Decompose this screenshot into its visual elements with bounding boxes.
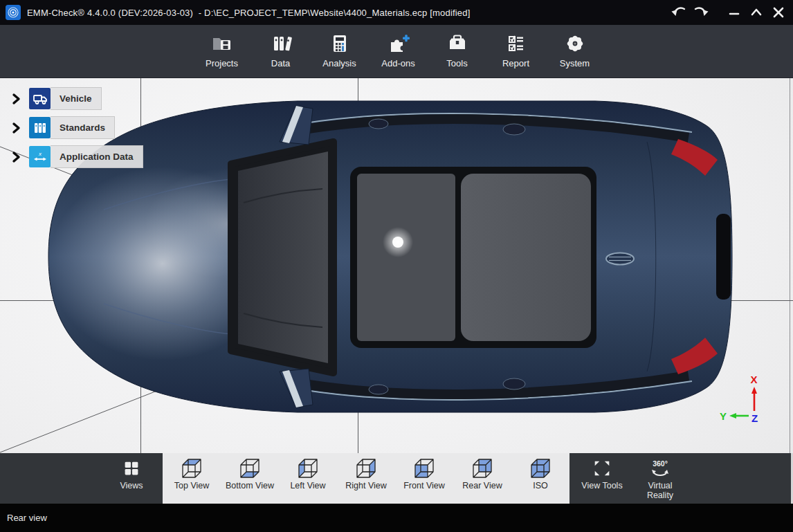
cube-front-icon [413, 457, 435, 479]
car-windshield-glass [238, 152, 328, 363]
front-view-button[interactable]: Front View [395, 453, 453, 504]
virtual-reality-label: Virtual Reality [635, 481, 686, 500]
checklist-icon [504, 33, 528, 55]
sidebar-item-standards[interactable]: Standards [10, 117, 115, 138]
expand-corners-icon [592, 458, 612, 479]
vehicle-3d-scene: X Y Z [0, 78, 793, 453]
close-icon [771, 5, 786, 20]
minimize-button[interactable] [725, 3, 743, 21]
cube-rear-icon [471, 457, 493, 479]
ribbon-label: Tools [446, 58, 467, 68]
virtual-reality-button[interactable]: 360° Virtual Reality [631, 453, 689, 504]
binders-icon [269, 33, 293, 55]
redo-icon [693, 4, 709, 21]
puzzle-plus-icon [387, 33, 410, 55]
app-logo-icon [6, 5, 21, 20]
redo-button[interactable] [692, 3, 710, 21]
svg-text:360°: 360° [653, 459, 668, 468]
ribbon-item-analysis[interactable]: Analysis [310, 28, 369, 74]
car-trunk-emblem [606, 253, 634, 265]
ribbon-label: Add-ons [381, 58, 414, 68]
vr-360-icon: 360° [647, 457, 673, 479]
toolbox-icon [446, 33, 469, 55]
titlebar-actions [670, 3, 793, 21]
view-tools-section: View Tools 360° Virtual Reality [569, 453, 793, 504]
ribbon-label: Data [271, 58, 290, 68]
title-bar: EMM-Check® 4.4.0.0 (DEV:2026-03-03) - D:… [0, 0, 793, 25]
ribbon-label: System [560, 58, 590, 68]
views-section: Views [0, 453, 163, 504]
ribbon-item-report[interactable]: Report [486, 28, 545, 74]
car-sunroof-rear-panel [461, 174, 591, 341]
dimension-arrow-icon: x [29, 146, 51, 167]
gear-icon [564, 33, 586, 55]
views-label: Views [106, 481, 157, 490]
undo-icon [671, 4, 687, 21]
view-button-label: Front View [399, 481, 450, 490]
cube-top-icon [181, 457, 203, 479]
sidebar-label-standards: Standards [51, 116, 115, 139]
sidebar-label-application-data: Application Data [51, 145, 143, 168]
view-tools-button[interactable]: View Tools [573, 453, 631, 504]
ribbon-label: Projects [206, 58, 238, 68]
view-button-label: Left View [282, 481, 334, 490]
maximize-icon [749, 5, 764, 20]
sidebar-label-vehicle: Vehicle [51, 87, 102, 110]
close-button[interactable] [769, 3, 787, 21]
view-button-label: Top View [166, 481, 217, 490]
cube-right-icon [355, 457, 377, 479]
rear-view-button[interactable]: Rear View [453, 453, 511, 504]
maximize-button[interactable] [747, 3, 765, 21]
car-sunroof-front-panel [357, 174, 455, 341]
ribbon-item-tools[interactable]: Tools [428, 28, 486, 74]
status-bar: Rear view [0, 504, 793, 532]
cube-left-icon [297, 457, 319, 479]
ribbon-item-data[interactable]: Data [251, 28, 310, 74]
sidebar-item-application-data[interactable]: x Application Data [10, 146, 143, 167]
ribbon-item-system[interactable]: System [545, 28, 604, 74]
chevron-right-icon[interactable] [10, 150, 24, 164]
view-tools-label: View Tools [576, 481, 628, 490]
right-view-button[interactable]: Right View [337, 453, 395, 504]
undo-button[interactable] [670, 3, 688, 21]
view-toolbar: Views Top View Bottom View [0, 453, 793, 504]
ribbon-item-projects[interactable]: Projects [192, 28, 251, 74]
sidebar-item-vehicle[interactable]: Vehicle [10, 88, 102, 109]
views-grid-icon [121, 458, 142, 479]
ribbon-item-addons[interactable]: Add-ons [369, 28, 428, 74]
calculator-icon [329, 33, 351, 55]
bottom-view-button[interactable]: Bottom View [221, 453, 279, 504]
view-button-label: Rear View [457, 481, 508, 490]
minimize-icon [727, 5, 742, 20]
cube-bottom-icon [239, 457, 261, 479]
ribbon-label: Report [502, 58, 529, 68]
car-model-top-view [48, 101, 732, 412]
folder-save-icon [210, 33, 234, 55]
ribbon-label: Analysis [322, 58, 356, 68]
status-view-text: Rear view [7, 513, 47, 523]
cube-iso-icon [529, 457, 552, 479]
view-button-label: ISO [515, 481, 566, 490]
views-button[interactable]: Views [102, 453, 161, 504]
binders-icon [29, 117, 51, 138]
truck-icon [29, 88, 51, 109]
chevron-right-icon[interactable] [10, 92, 24, 106]
emm-check-window: EMM-Check® 4.4.0.0 (DEV:2026-03-03) - D:… [0, 0, 793, 532]
svg-text:x: x [38, 151, 42, 157]
axis-x-label: X [751, 374, 758, 385]
main-ribbon: Projects Data [0, 25, 793, 78]
chevron-right-icon[interactable] [10, 121, 24, 135]
3d-viewport[interactable]: X Y Z Vehicle [0, 78, 793, 453]
left-view-button[interactable]: Left View [279, 453, 337, 504]
car-rear-spoiler [716, 214, 731, 300]
window-title: EMM-Check® 4.4.0.0 (DEV:2026-03-03) - D:… [27, 8, 471, 18]
view-buttons-group: Top View Bottom View Left View [163, 453, 569, 504]
top-view-button[interactable]: Top View [163, 453, 221, 504]
axis-triad: X Y Z [720, 374, 758, 424]
iso-view-button[interactable]: ISO [511, 453, 569, 504]
view-button-label: Right View [340, 481, 392, 490]
axis-z-label: Z [751, 412, 758, 424]
view-button-label: Bottom View [224, 481, 275, 490]
axis-y-label: Y [720, 410, 727, 422]
